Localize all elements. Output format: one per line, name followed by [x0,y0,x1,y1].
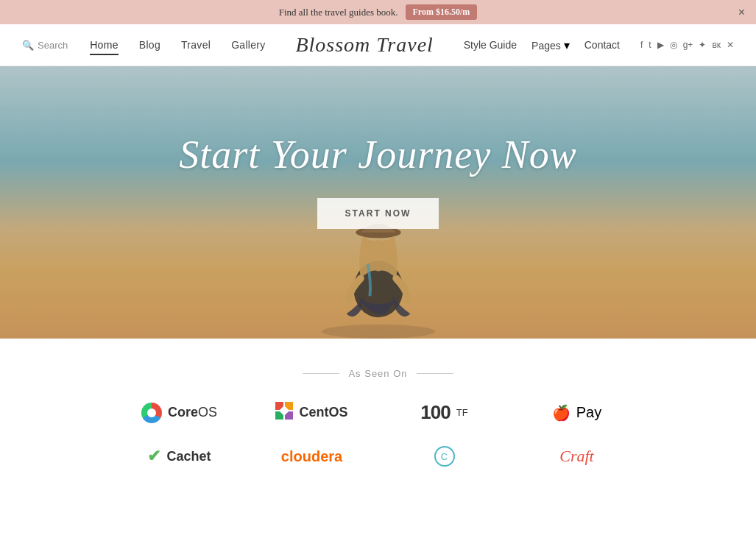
search-label: Search [38,40,68,51]
nav-item-style-guide[interactable]: Style Guide [464,38,517,52]
nav-link-pages[interactable]: Pages [531,40,561,52]
social-youtube[interactable]: ▶ [657,40,664,50]
social-x[interactable]: ✕ [727,40,734,50]
c-circle-icon: C [434,446,455,467]
nav-link-gallery[interactable]: Gallery [231,39,265,51]
hero-title: Start Your Journey Now [179,132,577,177]
logo-centos: CentOS [275,402,347,424]
cloudera-label: cloudera [281,448,342,465]
social-links: f t ▶ ◎ g+ ✦ вк ✕ [640,40,734,50]
nav-item-pages[interactable]: Pages ▾ [531,38,570,52]
social-facebook[interactable]: f [640,40,643,50]
applepay-label: Pay [576,404,601,421]
close-banner-button[interactable]: × [738,7,745,18]
logo-applepay: 🍎 Pay [552,404,601,422]
site-logo[interactable]: Blossom Travel [266,33,464,57]
banner-text: Find all the travel guides book. [279,7,398,18]
nav-item-home[interactable]: Home [90,38,119,52]
hero-cta-button[interactable]: START NOW [317,198,439,229]
apple-icon: 🍎 [552,404,570,422]
search-icon: 🔍 [22,40,34,51]
main-nav: 🔍 Search Home Blog Travel Gallery Blosso… [0,24,756,66]
hero-content: Start Your Journey Now START NOW [179,132,577,229]
nav-menu: Home Blog Travel Gallery [90,38,265,52]
coreos-label: CoreOS [168,405,217,420]
logos-grid: CoreOS CentOS 100TF 🍎 Pay [121,401,636,467]
nav-item-contact[interactable]: Contact [584,38,620,52]
as-seen-on-title: As Seen On [44,368,712,379]
logo-craft: Craft [559,447,593,466]
cachet-icon: ✔ [147,447,160,466]
craft-label: Craft [559,447,593,466]
social-googleplus[interactable]: g+ [683,40,693,50]
top-banner: Find all the travel guides book. From $1… [0,0,756,24]
nav-link-blog[interactable]: Blog [139,39,160,51]
cachet-label: Cachet [166,449,211,464]
logo-coreos: CoreOS [141,403,217,423]
logo-cloudera: cloudera [281,448,342,465]
c-letter: C [441,451,448,462]
social-twitter[interactable]: t [649,40,651,50]
nav-item-blog[interactable]: Blog [139,38,160,52]
100tf-label: 100 [420,401,450,424]
logo-100tf: 100TF [420,401,467,424]
nav-item-travel[interactable]: Travel [181,38,211,52]
social-vk[interactable]: вк [712,40,721,50]
price-badge[interactable]: From $16.50/m [406,4,478,20]
coreos-inner-circle [147,408,156,417]
logo-cachet: ✔ Cachet [147,447,211,466]
as-seen-on-section: As Seen On CoreOS CentOS [0,339,756,489]
search-input[interactable]: 🔍 Search [22,40,68,51]
nav-item-gallery[interactable]: Gallery [231,38,265,52]
social-instagram[interactable]: ◎ [670,40,677,50]
coreos-icon [141,403,162,423]
nav-link-style-guide[interactable]: Style Guide [464,39,517,51]
nav-link-travel[interactable]: Travel [181,39,211,51]
nav-left: 🔍 Search Home Blog Travel Gallery [22,38,266,52]
hero-section: Start Your Journey Now START NOW [0,66,756,339]
nav-right: Style Guide Pages ▾ Contact f t ▶ ◎ g+ ✦… [464,38,734,52]
centos-label: CentOS [299,405,347,420]
nav-link-home[interactable]: Home [90,39,119,55]
nav-right-links: Style Guide Pages ▾ Contact [464,38,620,52]
centos-icon [275,402,293,424]
social-star[interactable]: ✦ [699,40,706,50]
nav-link-contact[interactable]: Contact [584,39,620,51]
logo-c-icon: C [434,446,455,467]
svg-point-0 [322,325,435,339]
pages-dropdown-icon: ▾ [564,39,570,52]
